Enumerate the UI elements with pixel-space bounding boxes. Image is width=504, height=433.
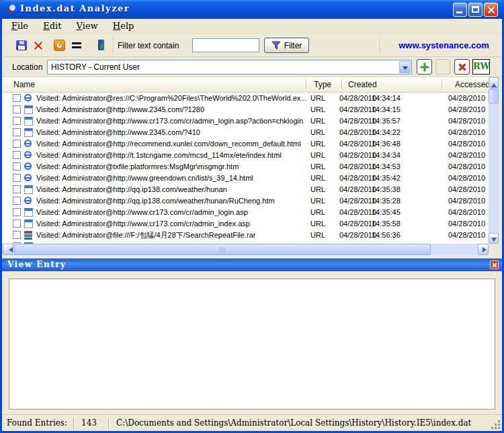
row-checkbox[interactable] xyxy=(13,117,21,125)
row-checkbox[interactable] xyxy=(13,220,21,228)
horizontal-scroll-thumb[interactable] xyxy=(14,244,431,255)
resize-grip[interactable] xyxy=(492,421,501,430)
entry-type: URL xyxy=(310,161,325,173)
scroll-down-button[interactable] xyxy=(489,233,499,244)
scroll-left-button[interactable] xyxy=(3,244,13,255)
entry-accessed-date: 04/28/2010 xyxy=(448,104,485,115)
vertical-scrollbar[interactable] xyxy=(489,77,499,244)
add-location-button[interactable] xyxy=(417,59,432,75)
webpage-icon xyxy=(24,208,33,217)
internet-explorer-icon xyxy=(24,140,32,147)
row-checkbox[interactable] xyxy=(13,140,21,148)
row-checkbox[interactable] xyxy=(13,162,21,171)
column-header-created[interactable]: Created xyxy=(348,80,377,89)
table-row[interactable]: Visited: Administrator@file:///F:/包猛/4月2… xyxy=(2,230,489,241)
window-title: Index.dat Analyzer xyxy=(20,3,130,13)
row-checkbox[interactable] xyxy=(13,94,21,102)
scroll-up-button[interactable] xyxy=(489,77,499,88)
entry-accessed-date: 04/28/2010 xyxy=(448,93,485,104)
table-row[interactable]: Visited: Administrator@http://www.cr173.… xyxy=(2,207,489,218)
location-label: Location xyxy=(12,62,42,72)
row-checkbox[interactable] xyxy=(13,128,21,136)
entry-name: Visited: Administrator@txfile:platformre… xyxy=(36,161,306,173)
column-header-type[interactable]: Type xyxy=(314,80,331,89)
entry-name: Visited: Administrator@http://www.2345.c… xyxy=(36,127,306,138)
delete-icon[interactable] xyxy=(32,40,44,51)
toolbar-separator xyxy=(113,37,114,53)
status-separator xyxy=(73,418,74,429)
exit-icon[interactable] xyxy=(97,40,108,50)
remove-location-button[interactable] xyxy=(454,59,470,75)
entry-created-time: 14:35:45 xyxy=(372,207,401,218)
entry-accessed-date: 04/28/2010 xyxy=(448,115,485,127)
entry-type: URL xyxy=(310,218,325,230)
save-icon[interactable] xyxy=(16,40,27,50)
column-separator[interactable] xyxy=(306,79,306,90)
webpage-icon xyxy=(24,185,33,194)
magnifier-icon xyxy=(7,4,17,15)
row-checkbox[interactable] xyxy=(13,185,21,193)
toolbar-separator xyxy=(380,37,380,53)
table-row[interactable]: Visited: Administrator@http://t.1stcngam… xyxy=(2,150,489,161)
entry-created-date: 04/28/2010 xyxy=(339,127,376,138)
table-row[interactable]: Visited: Administrator@http://qq.ip138.c… xyxy=(2,184,489,195)
winrar-archive-icon xyxy=(24,231,32,240)
found-entries-label: Found Entries: xyxy=(7,418,67,428)
view-entry-content[interactable] xyxy=(9,279,495,410)
filter-input[interactable] xyxy=(192,38,259,52)
table-row[interactable]: Visited: Administrator@res://C:\Program%… xyxy=(2,93,489,104)
entry-type: URL xyxy=(310,138,325,150)
entry-name: Visited: Administrator@http://recommend.… xyxy=(36,138,306,150)
row-checkbox[interactable] xyxy=(13,174,21,182)
row-checkbox[interactable] xyxy=(13,105,21,113)
entry-type: URL xyxy=(310,230,325,241)
column-separator[interactable] xyxy=(442,79,442,90)
location-combobox[interactable]: HISTORY - Current User xyxy=(47,60,412,75)
close-button[interactable] xyxy=(484,3,498,17)
table-row[interactable]: Visited: Administrator@http://qq.ip138.c… xyxy=(2,195,489,207)
entry-created-date: 04/28/2010 xyxy=(339,93,376,104)
scrollbar-corner xyxy=(489,244,502,255)
entry-name: Visited: Administrator@http://qq.ip138.c… xyxy=(36,184,306,195)
internet-explorer-icon xyxy=(24,151,32,158)
entry-created-date: 04/28/2010 xyxy=(339,207,376,218)
entry-created-time: 14:36:48 xyxy=(372,138,401,150)
row-checkbox[interactable] xyxy=(13,231,21,239)
maximize-button[interactable] xyxy=(468,3,482,17)
menu-item-view[interactable]: View xyxy=(74,21,101,31)
entry-name: Visited: Administrator@http://www.cr173.… xyxy=(36,218,306,230)
equals-icon[interactable] xyxy=(72,42,81,48)
table-row[interactable]: Visited: Administrator@http://recommend.… xyxy=(2,138,489,150)
view-entry-close-icon[interactable] xyxy=(490,260,499,269)
row-checkbox[interactable] xyxy=(13,151,21,159)
column-separator[interactable] xyxy=(341,79,342,90)
vertical-scroll-thumb[interactable] xyxy=(489,89,499,103)
column-header-accessed[interactable]: Accessed xyxy=(455,80,490,89)
entry-name: Visited: Administrator@file:///F:/包猛/4月2… xyxy=(36,230,306,241)
menu-item-file[interactable]: File xyxy=(9,21,31,31)
filter-button[interactable]: Filter xyxy=(264,38,309,53)
horizontal-scrollbar[interactable] xyxy=(3,244,489,255)
menu-item-help[interactable]: Help xyxy=(110,21,137,31)
webpage-icon xyxy=(24,220,33,228)
entry-created-date: 04/28/2010 xyxy=(339,150,376,161)
table-row[interactable]: Visited: Administrator@http://www.2345.c… xyxy=(2,127,489,138)
table-row[interactable]: Visited: Administrator@http://www.2345.c… xyxy=(2,104,489,115)
rw-button[interactable]: RW xyxy=(472,59,490,75)
entry-created-date: 04/28/2010 xyxy=(339,173,376,184)
scroll-right-button[interactable] xyxy=(478,244,489,255)
website-link[interactable]: www.systenance.com xyxy=(398,40,489,50)
entry-created-time: 14:34:53 xyxy=(372,161,401,173)
refresh-icon[interactable] xyxy=(54,40,65,51)
column-header-name[interactable]: Name xyxy=(13,80,35,89)
table-row[interactable]: Visited: Administrator@http://www.greend… xyxy=(2,173,489,184)
menu-item-edit[interactable]: Edit xyxy=(40,21,64,31)
table-row[interactable]: Visited: Administrator@http://www.cr173.… xyxy=(2,115,489,127)
row-checkbox[interactable] xyxy=(13,208,21,216)
table-row[interactable]: Visited: Administrator@http://www.cr173.… xyxy=(2,218,489,230)
table-row[interactable]: Visited: Administrator@txfile:platformre… xyxy=(2,161,489,173)
row-checkbox[interactable] xyxy=(13,197,21,205)
status-bar: Found Entries: 143 C:\Documents and Sett… xyxy=(2,414,502,431)
chevron-down-icon[interactable] xyxy=(399,61,411,73)
minimize-button[interactable] xyxy=(453,3,467,17)
